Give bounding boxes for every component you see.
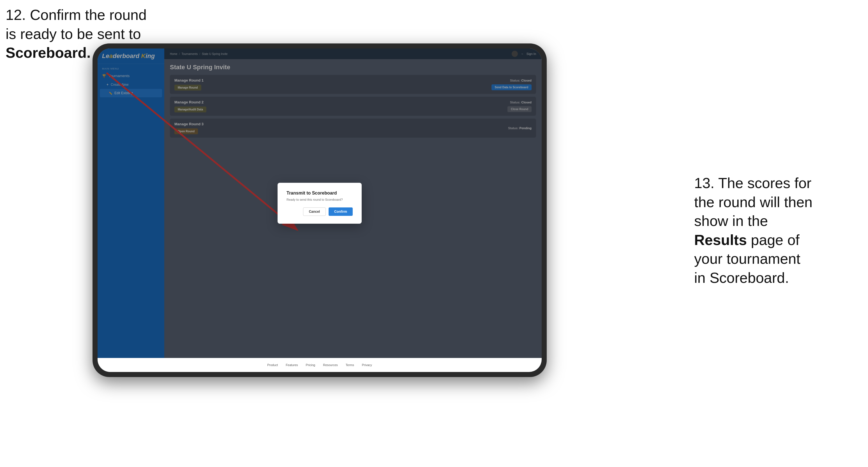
annotation-line1: 12. Confirm the round [6,7,147,23]
annotation-right-text: 13. The scores for the round will then s… [694,175,812,286]
modal-overlay: Transmit to Scoreboard Ready to send thi… [98,49,542,358]
modal-cancel-button[interactable]: Cancel [303,208,326,216]
annotation-line3: Scoreboard. [6,44,91,61]
footer-link-terms[interactable]: Terms [346,363,354,367]
footer-link-product[interactable]: Product [267,363,278,367]
footer-link-privacy[interactable]: Privacy [362,363,372,367]
app-footer: Product Features Pricing Resources Terms… [98,358,542,372]
modal-confirm-button[interactable]: Confirm [329,208,353,216]
modal-actions: Cancel Confirm [286,208,353,216]
annotation-line2: is ready to be sent to [6,26,141,42]
modal-subtitle: Ready to send this round to Scoreboard? [286,198,353,201]
footer-link-features[interactable]: Features [286,363,298,367]
footer-link-resources[interactable]: Resources [323,363,338,367]
annotation-right: 13. The scores for the round will then s… [694,174,862,288]
footer-link-pricing[interactable]: Pricing [306,363,315,367]
tablet-device: Leaderboard King MAIN MENU Tournaments C… [93,43,547,377]
tablet-screen: Leaderboard King MAIN MENU Tournaments C… [98,49,542,372]
modal-box: Transmit to Scoreboard Ready to send thi… [278,183,362,224]
modal-title: Transmit to Scoreboard [286,191,353,196]
